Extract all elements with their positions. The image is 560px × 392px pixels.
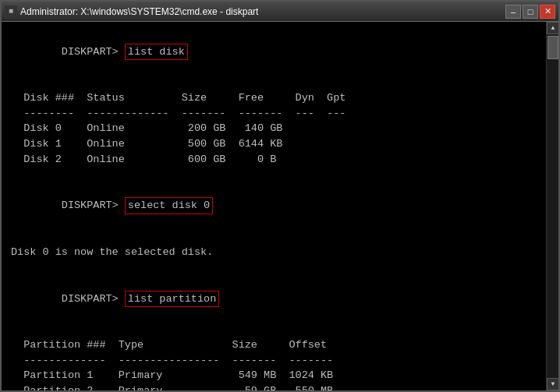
close-button[interactable]: ✕ [540,5,555,19]
window-title: Administrator: X:\windows\SYSTEM32\cmd.e… [20,6,258,17]
cmd-icon: ■ [5,5,17,18]
scrollbar[interactable]: ▲ ▼ [546,22,558,390]
command-list-disk: list disk [125,44,188,61]
disk-divider: -------- ------------- ------- ------- -… [11,106,533,122]
partition-1-row: Partition 1 Primary 549 MB 1024 KB [11,368,533,383]
command-list-partition: list partition [125,291,219,308]
disk-2-row: Disk 2 Online 600 GB 0 B [11,152,533,168]
line-blank-2 [11,167,533,182]
disk-1-row: Disk 1 Online 500 GB 6144 KB [11,136,533,152]
maximize-button[interactable]: □ [523,5,538,19]
scroll-up-button[interactable]: ▲ [547,22,558,34]
titlebar: ■ Administrator: X:\windows\SYSTEM32\cmd… [2,2,558,22]
line-1: DISKPART> list disk [11,28,533,76]
titlebar-left: ■ Administrator: X:\windows\SYSTEM32\cmd… [5,5,258,18]
partition-2-row: Partition 2 Primary 59 GB 550 MB [11,383,533,390]
partition-divider: ------------- ---------------- ------- -… [11,353,533,369]
terminal-body[interactable]: DISKPART> list disk Disk ### Status Size… [2,22,558,390]
line-select-disk: DISKPART> select disk 0 [11,182,533,230]
cmd-window: ■ Administrator: X:\windows\SYSTEM32\cmd… [0,0,560,392]
scroll-thumb[interactable] [548,36,558,59]
line-blank-3 [11,229,533,245]
line-blank-5 [11,323,533,338]
titlebar-buttons[interactable]: – □ ✕ [505,5,555,19]
line-blank-4 [11,260,533,275]
prompt-3: DISKPART> [62,293,125,305]
command-select-disk: select disk 0 [125,197,213,214]
scroll-down-button[interactable]: ▼ [547,378,558,390]
disk-0-row: Disk 0 Online 200 GB 140 GB [11,121,533,136]
prompt-1: DISKPART> [62,46,125,58]
line-blank-1 [11,76,533,91]
minimize-button[interactable]: – [505,5,521,19]
partition-header: Partition ### Type Size Offset [11,337,533,353]
disk-selected-msg: Disk 0 is now the selected disk. [11,245,533,260]
disk-header: Disk ### Status Size Free Dyn Gpt [11,90,533,106]
line-list-partition: DISKPART> list partition [11,275,533,323]
prompt-2: DISKPART> [62,200,125,211]
terminal-content: DISKPART> list disk Disk ### Status Size… [11,28,549,390]
